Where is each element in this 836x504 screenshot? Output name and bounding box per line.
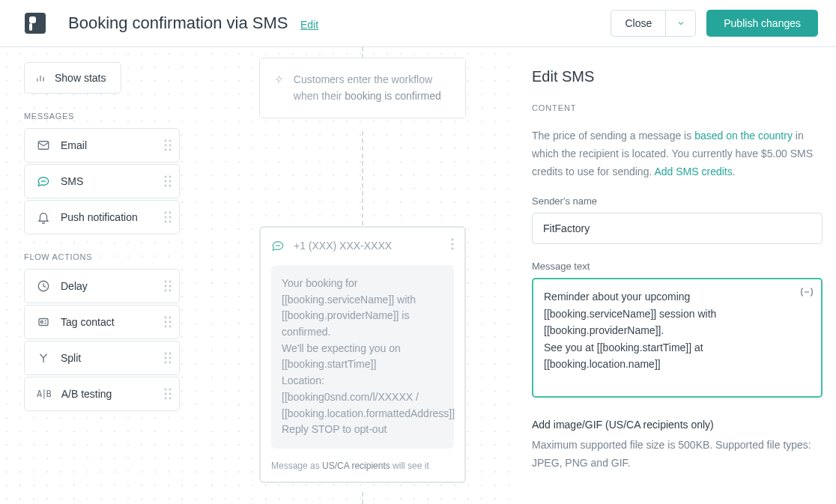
drag-handle-icon	[164, 211, 172, 223]
trigger-node[interactable]: Customers enter the workflow when their …	[259, 58, 466, 118]
svg-point-29	[169, 290, 172, 292]
chat-icon	[37, 174, 50, 188]
svg-point-34	[165, 317, 167, 319]
svg-point-26	[165, 285, 167, 288]
svg-point-5	[169, 140, 172, 142]
show-stats-label: Show stats	[55, 72, 106, 84]
connector-line	[362, 47, 363, 58]
ab-icon: A|B	[37, 389, 51, 399]
pricing-description: The price of sending a message is based …	[532, 127, 818, 180]
flow-actions-section-label: FLOW ACTIONS	[24, 252, 190, 261]
tool-abtest[interactable]: A|B A/B testing	[24, 377, 180, 411]
svg-point-28	[165, 290, 167, 292]
svg-point-21	[165, 221, 167, 223]
insert-token-button[interactable]	[800, 287, 814, 300]
show-stats-button[interactable]: Show stats	[24, 62, 121, 94]
node-options-button[interactable]	[451, 238, 454, 253]
connector-line	[362, 131, 363, 225]
sms-node[interactable]: +1 (XXX) XXX-XXXX Your booking for [[boo…	[259, 226, 466, 483]
publish-button[interactable]: Publish changes	[706, 10, 818, 37]
lightning-icon	[275, 72, 283, 87]
panel-title: Edit SMS	[532, 68, 818, 85]
trigger-strong: booking is confirmed	[345, 90, 440, 102]
tool-tag[interactable]: Tag contact	[24, 305, 180, 339]
content-section-label: CONTENT	[532, 103, 818, 112]
tool-delay[interactable]: Delay	[24, 269, 180, 303]
chevron-down-icon	[676, 19, 685, 28]
drag-handle-icon	[164, 280, 172, 292]
messages-section-label: MESSAGES	[24, 112, 190, 121]
add-credits-link[interactable]: Add SMS credits	[654, 166, 732, 177]
chat-icon	[271, 239, 285, 252]
svg-point-36	[165, 321, 167, 324]
svg-point-47	[165, 389, 167, 391]
svg-point-49	[165, 393, 167, 395]
sms-preview-body: Your booking for [[booking.serviceName]]…	[271, 265, 454, 449]
sender-name-input[interactable]	[532, 213, 823, 244]
tools-sidebar: Show stats MESSAGES Email SMS Push notif…	[0, 47, 205, 504]
svg-point-41	[165, 353, 167, 355]
tool-push[interactable]: Push notification	[24, 200, 180, 234]
message-text-label: Message text	[532, 261, 818, 272]
svg-point-31	[40, 321, 43, 324]
svg-point-24	[165, 281, 167, 283]
svg-point-55	[451, 238, 453, 240]
mail-icon	[37, 139, 50, 152]
close-options-button[interactable]	[666, 10, 696, 37]
svg-point-59	[806, 291, 808, 293]
page-title: Booking confirmation via SMS	[68, 13, 288, 32]
drag-handle-icon	[164, 139, 172, 151]
svg-point-8	[165, 149, 167, 151]
svg-point-35	[169, 317, 172, 319]
svg-point-51	[165, 398, 167, 400]
sender-name-label: Sender's name	[532, 195, 818, 207]
close-button-group: Close	[611, 10, 696, 37]
svg-point-6	[165, 145, 167, 147]
svg-point-27	[169, 285, 172, 288]
token-icon	[800, 287, 814, 297]
svg-point-13	[165, 180, 167, 183]
app-logo	[25, 13, 46, 34]
svg-point-46	[169, 362, 172, 364]
sms-foot-mid: US/CA recipients	[322, 461, 390, 471]
svg-point-56	[451, 243, 453, 245]
tool-label: A/B testing	[61, 388, 112, 400]
svg-point-18	[169, 212, 172, 214]
svg-point-20	[169, 216, 172, 219]
message-text-input[interactable]	[532, 278, 823, 398]
workflow-canvas[interactable]: Customers enter the workflow when their …	[205, 47, 520, 504]
attachment-label: Add image/GIF (US/CA recipients only)	[532, 419, 818, 431]
title-group: Booking confirmation via SMS Edit	[68, 13, 318, 33]
clock-icon	[37, 279, 50, 293]
svg-point-52	[169, 398, 172, 400]
sms-preview-footer: Message as US/CA recipients will see it	[261, 458, 464, 482]
svg-point-4	[165, 140, 167, 142]
close-button[interactable]: Close	[611, 10, 666, 37]
workspace: Show stats MESSAGES Email SMS Push notif…	[0, 47, 836, 504]
desc-end: .	[733, 166, 736, 177]
svg-point-15	[165, 185, 167, 187]
topbar: Booking confirmation via SMS Edit Close …	[0, 0, 836, 47]
svg-point-25	[169, 281, 172, 283]
svg-marker-53	[276, 76, 282, 82]
sms-node-header: +1 (XXX) XXX-XXXX	[261, 228, 464, 258]
sms-node-title: +1 (XXX) XXX-XXXX	[271, 239, 392, 252]
svg-point-37	[169, 321, 172, 324]
svg-point-22	[169, 221, 172, 223]
tool-label: Push notification	[61, 211, 138, 223]
drag-handle-icon	[164, 388, 172, 400]
tool-sms[interactable]: SMS	[24, 164, 180, 198]
close-button-label: Close	[625, 17, 652, 29]
edit-name-link[interactable]: Edit	[300, 19, 318, 31]
tag-contact-icon	[37, 315, 50, 329]
country-pricing-link[interactable]: based on the country	[694, 130, 793, 142]
message-text-wrap	[532, 278, 823, 401]
tool-email[interactable]: Email	[24, 128, 180, 163]
tool-split[interactable]: Split	[24, 341, 180, 375]
sms-foot-prefix: Message as	[271, 461, 322, 471]
bell-icon	[37, 210, 50, 224]
sms-foot-suffix: will see it	[390, 461, 429, 471]
publish-button-label: Publish changes	[724, 17, 801, 29]
trigger-text: Customers enter the workflow when their …	[294, 72, 450, 104]
svg-point-48	[169, 389, 172, 391]
